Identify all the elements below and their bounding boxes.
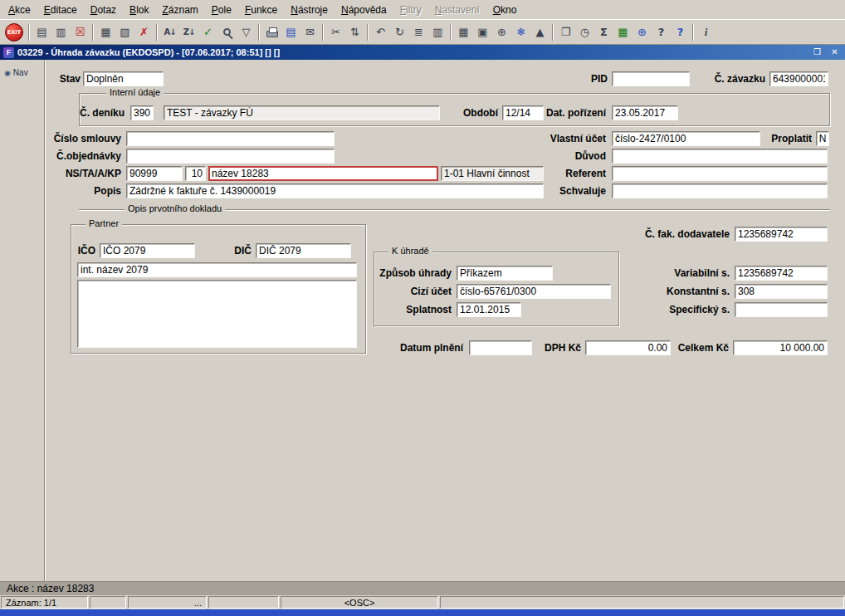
ns-input[interactable] (126, 166, 183, 181)
status-cell-osc: <OSC> (281, 596, 438, 609)
partner-note-textarea[interactable] (77, 280, 357, 348)
denik-nazev-input[interactable] (164, 105, 440, 120)
duvod-label: Důvod (569, 150, 606, 162)
proplatit-input[interactable] (816, 131, 829, 146)
accept-button[interactable]: ✓ (198, 22, 217, 42)
globe-button[interactable]: ⊕ (492, 22, 511, 42)
filter-button[interactable]: ▽ (237, 22, 256, 42)
cut-button[interactable]: ✂ (326, 22, 345, 42)
ns-nazev-input[interactable] (208, 166, 438, 181)
calendar-button[interactable]: ▦ (454, 22, 473, 42)
insert-record-button[interactable]: ▤ (32, 22, 51, 42)
web-button[interactable]: ⊕ (633, 22, 652, 42)
c-objednavky-input[interactable] (126, 149, 335, 164)
clock-button[interactable]: ◷ (575, 22, 594, 42)
cizi-ucet-input[interactable] (457, 284, 611, 299)
ico-input[interactable] (100, 243, 195, 258)
variabilni-s-input[interactable] (735, 266, 828, 281)
list-button[interactable]: ≣ (409, 22, 428, 42)
partner-label: Partner (85, 218, 122, 228)
menu-napoveda[interactable]: Nápověda (335, 1, 393, 18)
action-status-text: Akce : název 18283 (7, 583, 94, 594)
toolbar-separator (28, 24, 30, 41)
opis-label: Opis prvotního dokladu (125, 203, 225, 213)
splatnost-input[interactable] (457, 302, 521, 317)
menu-zaznam[interactable]: Záznam (155, 1, 204, 18)
context-help-button[interactable]: ? (652, 22, 671, 42)
exit-button[interactable]: EXIT (2, 22, 26, 42)
delete-record-button[interactable]: ☒ (71, 22, 90, 42)
print-button[interactable] (262, 22, 281, 42)
c-objednavky-label: Č.objednávky (48, 150, 121, 162)
status-cell-5 (440, 596, 844, 609)
restore-button[interactable]: ❐ (810, 46, 824, 58)
cizi-ucet-label: Cizí účet (398, 286, 452, 297)
duplicate-record-button[interactable]: ▥ (51, 22, 71, 42)
specificky-s-label: Specifický s. (660, 304, 730, 315)
toolbar-separator (156, 24, 158, 41)
info-button[interactable]: i (696, 22, 716, 42)
menu-pole[interactable]: Pole (205, 1, 238, 18)
excel-button[interactable]: ▦ (613, 22, 633, 42)
stav-input[interactable] (83, 71, 164, 86)
close-button[interactable]: ✕ (828, 46, 842, 58)
vlastni-ucet-label: Vlastní účet (540, 133, 606, 144)
konstantni-s-input[interactable] (735, 284, 828, 299)
menu-akce[interactable]: Akce (2, 1, 37, 18)
referent-input[interactable] (612, 166, 828, 181)
image-button[interactable]: ▲ (530, 22, 549, 42)
delete-block-button[interactable]: ✗ (134, 22, 154, 42)
print-preview-button[interactable]: ▤ (281, 22, 300, 42)
variabilni-s-label: Variabilní s. (660, 267, 730, 279)
ta-input[interactable] (185, 166, 206, 181)
action-status-bar: Akce : název 18283 (0, 581, 845, 595)
celkem-kc-label: Celkem Kč (669, 342, 729, 354)
zpusob-uhrady-input[interactable] (457, 266, 553, 281)
duvod-input[interactable] (612, 149, 828, 164)
cislo-smlouvy-input[interactable] (126, 131, 335, 146)
specificky-s-input[interactable] (735, 302, 828, 317)
undo-button[interactable]: ↶ (371, 22, 390, 42)
sort-desc-button[interactable]: Z↓ (179, 22, 198, 42)
c-fak-dodavatele-input[interactable] (735, 227, 828, 242)
c-zavazku-input[interactable] (769, 71, 828, 86)
paste-button[interactable]: ⇅ (345, 22, 364, 42)
datum-plneni-input[interactable] (469, 340, 532, 355)
status-bar: Záznam: 1/1 ... <OSC> (0, 595, 845, 609)
menu-editace[interactable]: Editace (37, 1, 84, 18)
window-titlebar[interactable]: F 03229 - Úhrada závazku (EKDOSPD) - [07… (0, 45, 845, 60)
menu-okno[interactable]: Okno (486, 1, 524, 18)
cinnost-input[interactable] (441, 166, 544, 181)
columns-button[interactable]: ▥ (428, 22, 447, 42)
zpusob-uhrady-label: Způsob úhrady (375, 267, 452, 279)
dph-kc-input[interactable] (585, 340, 671, 355)
celkem-kc-input[interactable] (733, 340, 828, 355)
sort-asc-button[interactable]: A↓ (160, 22, 179, 42)
menu-nastroje[interactable]: Nástroje (284, 1, 335, 18)
dic-input[interactable] (256, 243, 351, 258)
mail-button[interactable]: ✉ (300, 22, 320, 42)
vlastni-ucet-input[interactable] (612, 131, 760, 146)
copy-block-button[interactable]: ▧ (115, 22, 134, 42)
menu-blok[interactable]: Blok (123, 1, 155, 18)
popis-input[interactable] (126, 183, 544, 198)
sum-button[interactable]: Σ (594, 22, 613, 42)
partner-nazev-input[interactable] (77, 262, 357, 277)
dat-porizeni-input[interactable] (612, 105, 678, 120)
menu-funkce[interactable]: Funkce (238, 1, 284, 18)
radio-icon: ◉ (4, 69, 11, 77)
obdobi-label: Období (452, 107, 498, 119)
c-deniku-input[interactable] (130, 105, 154, 120)
find-button[interactable] (217, 22, 237, 42)
help-button[interactable]: ? (671, 22, 690, 42)
insert-block-button[interactable]: ▦ (96, 22, 115, 42)
window-button[interactable]: ❐ (556, 22, 575, 42)
pid-input[interactable] (612, 71, 690, 86)
toolbar-separator (322, 24, 324, 41)
nav-toggle[interactable]: ◉ Nav (0, 68, 44, 77)
schvaluje-input[interactable] (612, 183, 828, 198)
menu-dotaz[interactable]: Dotaz (84, 1, 123, 18)
cells-button[interactable]: ▣ (473, 22, 492, 42)
freeze-button[interactable]: ❄ (511, 22, 530, 42)
refresh-button[interactable]: ↻ (390, 22, 409, 42)
